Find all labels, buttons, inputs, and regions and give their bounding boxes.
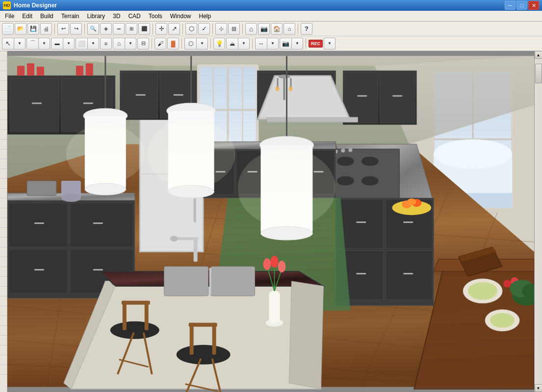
vertical-scrollbar[interactable]: ▲ ▼ (534, 51, 542, 392)
scroll-thumb-vertical[interactable] (535, 64, 542, 83)
light-tool-button[interactable]: 💡 (213, 38, 225, 49)
floor-button[interactable]: ≡ (100, 38, 112, 49)
menu-item-edit[interactable]: Edit (18, 12, 36, 21)
separator-t2-2 (181, 38, 182, 49)
zoom-in-button[interactable]: + (100, 23, 112, 35)
ruler-mark (0, 365, 7, 374)
snap-button[interactable]: ⊹ (215, 23, 227, 35)
terrain-dropdown[interactable]: ▼ (238, 38, 250, 49)
svg-rect-52 (34, 222, 44, 224)
separator-4 (182, 24, 183, 34)
wall-dropdown[interactable]: ▼ (63, 38, 75, 49)
svg-point-100 (348, 148, 352, 152)
fit-view-button[interactable]: ⊞ (126, 23, 137, 35)
scroll-up-button[interactable]: ▲ (535, 51, 542, 59)
svg-rect-130 (194, 237, 198, 262)
camera-place-button[interactable]: 📷 (280, 38, 291, 49)
svg-rect-65 (174, 94, 183, 96)
view3d-button[interactable]: 🏠 (271, 23, 283, 35)
svg-rect-45 (83, 102, 93, 104)
open-button[interactable]: 📂 (15, 23, 26, 35)
draw-tool-group: ⌒ ▼ (26, 38, 50, 49)
undo-button[interactable]: ↩ (57, 23, 69, 35)
svg-point-183 (503, 280, 511, 288)
svg-point-124 (407, 198, 416, 205)
camera-dropdown[interactable]: ▼ (291, 38, 303, 49)
object-place-button[interactable]: ⬡ (184, 38, 196, 49)
ruler-mark (0, 149, 7, 159)
roof-view-button[interactable]: ⌂ (284, 23, 295, 35)
roof-button[interactable]: ⌂ (113, 38, 125, 49)
roof-dropdown[interactable]: ▼ (125, 38, 136, 49)
color-button[interactable]: ▓ (167, 38, 179, 49)
save-button[interactable]: 💾 (27, 23, 39, 35)
kitchen-scene-svg (7, 51, 534, 392)
new-button[interactable]: 📄 (2, 23, 14, 35)
rec-dropdown[interactable]: ▼ (324, 38, 336, 49)
menu-bar: File Edit Build Terrain Library 3D CAD T… (0, 11, 542, 22)
select-arrow-button[interactable]: ↖ (2, 38, 14, 49)
app-icon: HD (3, 1, 11, 9)
svg-point-141 (263, 258, 271, 270)
svg-rect-137 (269, 291, 280, 323)
menu-item-file[interactable]: File (1, 12, 18, 21)
menu-item-build[interactable]: Build (36, 12, 57, 21)
svg-rect-81 (357, 95, 367, 97)
dimension-dropdown[interactable]: ▼ (267, 38, 279, 49)
maximize-button[interactable]: □ (516, 1, 527, 10)
wall-button[interactable]: ▬ (51, 38, 63, 49)
room-button[interactable]: ⬜ (76, 38, 87, 49)
zoom-search-button[interactable]: 🔍 (87, 23, 99, 35)
svg-marker-129 (289, 281, 323, 389)
material-painter-button[interactable]: 🖌 (155, 38, 166, 49)
select-dropdown[interactable]: ▼ (14, 38, 26, 49)
svg-point-96 (336, 176, 354, 186)
move-tool-button[interactable]: ✛ (155, 23, 167, 35)
svg-point-142 (271, 256, 279, 268)
menu-item-library[interactable]: Library (83, 12, 109, 21)
scroll-track-vertical[interactable] (535, 59, 542, 384)
svg-point-90 (275, 86, 279, 91)
minimize-button[interactable]: ─ (505, 1, 516, 10)
ruler-mark (0, 169, 7, 178)
print-button[interactable]: 🖨 (40, 23, 52, 35)
svg-rect-159 (189, 323, 217, 327)
menu-item-cad[interactable]: CAD (124, 12, 144, 21)
ruler-mark (0, 335, 7, 345)
grid-button[interactable]: ⊞ (228, 23, 240, 35)
check-button[interactable]: ✓ (198, 23, 210, 35)
svg-point-132 (170, 236, 178, 242)
close-button[interactable]: ✕ (528, 1, 539, 10)
room-dropdown[interactable]: ▼ (87, 38, 99, 49)
help-button[interactable]: ? (301, 23, 312, 35)
house-button[interactable]: ⌂ (245, 23, 257, 35)
room-tool-group: ⬜ ▼ (76, 38, 99, 49)
svg-rect-158 (212, 323, 216, 355)
scroll-down-button[interactable]: ▼ (535, 384, 542, 392)
menu-item-tools[interactable]: Tools (145, 12, 166, 21)
object-dropdown[interactable]: ▼ (196, 38, 208, 49)
stair-button[interactable]: ⊟ (137, 38, 149, 49)
toolbar-row-2: ↖ ▼ ⌒ ▼ ▬ ▼ ⬜ ▼ ≡ ⌂ ▼ ⊟ 🖌 ▓ ⬡ ▼ 💡 ⛰ ▼ ↔ … (0, 36, 542, 51)
svg-point-169 (147, 120, 235, 188)
zoom-out-button[interactable]: − (113, 23, 125, 35)
ruler-mark (0, 51, 7, 61)
draw-arc-button[interactable]: ⌒ (26, 38, 38, 49)
terrain-button[interactable]: ⛰ (226, 38, 238, 49)
record-button[interactable]: REC (309, 40, 323, 48)
object-button[interactable]: ⬡ (185, 23, 197, 35)
redo-button[interactable]: ↪ (70, 23, 82, 35)
arrow-button[interactable]: ↗ (168, 23, 180, 35)
draw-dropdown[interactable]: ▼ (38, 38, 50, 49)
zoom-box-button[interactable]: ⬛ (138, 23, 150, 35)
ruler-mark (0, 129, 7, 139)
menu-item-terrain[interactable]: Terrain (57, 12, 83, 21)
menu-item-3d[interactable]: 3D (109, 12, 124, 21)
3d-viewport[interactable] (7, 51, 534, 392)
menu-item-help[interactable]: Help (195, 12, 215, 21)
wall-tool-group: ▬ ▼ (51, 38, 75, 49)
menu-item-window[interactable]: Window (166, 12, 195, 21)
svg-point-164 (66, 124, 145, 183)
camera-button[interactable]: 📷 (258, 23, 270, 35)
dimension-button[interactable]: ↔ (255, 38, 267, 49)
